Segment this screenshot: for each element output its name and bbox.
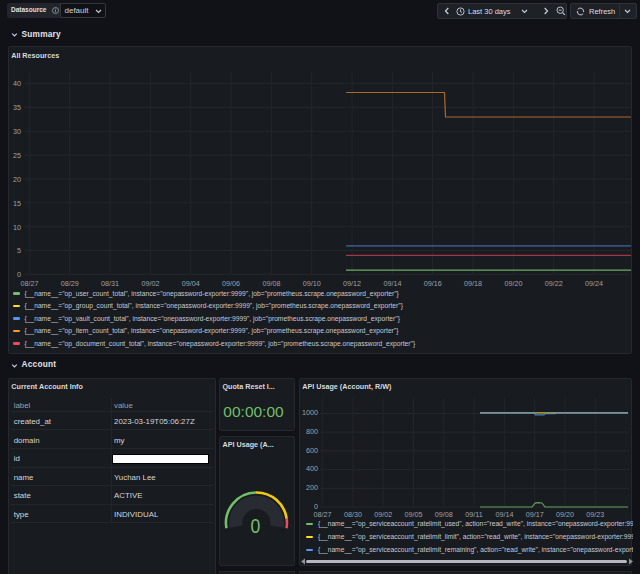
svg-text:0: 0	[250, 514, 260, 538]
